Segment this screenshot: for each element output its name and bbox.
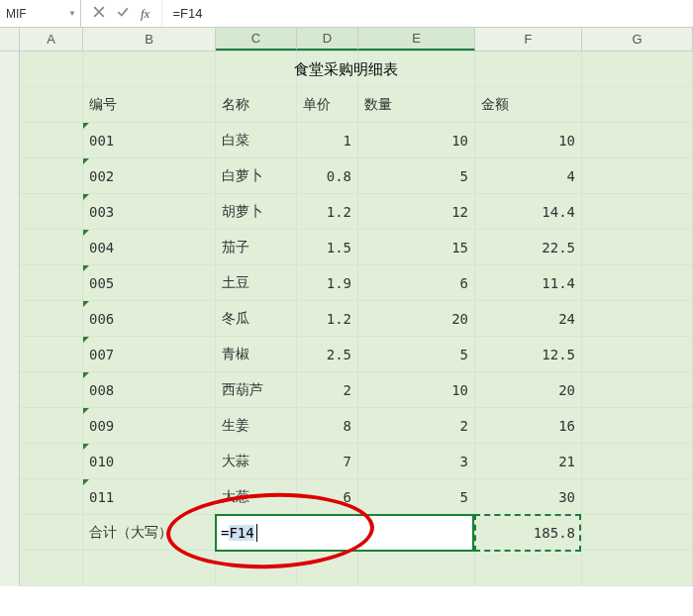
cell-qty[interactable]: 5 — [358, 479, 475, 515]
cell[interactable] — [20, 301, 83, 337]
cell[interactable] — [475, 51, 582, 87]
cell[interactable] — [582, 479, 693, 515]
cell-amount[interactable]: 12.5 — [475, 337, 582, 372]
cell[interactable] — [20, 230, 83, 265]
header-amount[interactable]: 金额 — [475, 87, 582, 123]
cell-qty[interactable]: 10 — [358, 123, 475, 158]
cell-amount[interactable]: 30 — [475, 479, 582, 515]
row-header[interactable] — [0, 230, 20, 265]
cell[interactable] — [20, 372, 83, 408]
cell[interactable] — [582, 265, 693, 301]
cell[interactable] — [216, 551, 297, 586]
row-header[interactable] — [0, 87, 20, 123]
cell-name[interactable]: 冬瓜 — [216, 301, 297, 337]
cell[interactable] — [20, 123, 83, 158]
cell[interactable] — [475, 551, 582, 586]
cell-id[interactable]: 011 — [83, 479, 216, 515]
cell-price[interactable]: 1.2 — [297, 301, 358, 337]
dropdown-icon[interactable]: ▼ — [68, 9, 76, 18]
cell-amount[interactable]: 16 — [475, 408, 582, 444]
cell-price[interactable]: 6 — [297, 479, 358, 515]
cell-price[interactable]: 1.9 — [297, 265, 358, 301]
cell-price[interactable]: 1 — [297, 123, 358, 158]
cell-id[interactable]: 008 — [83, 372, 216, 408]
cell-amount[interactable]: 14.4 — [475, 194, 582, 230]
select-all-corner[interactable] — [0, 28, 20, 51]
cell-id[interactable]: 005 — [83, 265, 216, 301]
cell[interactable] — [582, 51, 693, 87]
cell-id[interactable]: 006 — [83, 301, 216, 337]
cell[interactable] — [20, 551, 83, 586]
cell-qty[interactable]: 5 — [358, 158, 475, 194]
cell-name[interactable]: 大葱 — [216, 479, 297, 515]
row-header[interactable] — [0, 301, 20, 337]
cell[interactable] — [582, 444, 693, 479]
cell-qty[interactable]: 5 — [358, 337, 475, 372]
cell[interactable] — [20, 51, 83, 87]
cell-name[interactable]: 土豆 — [216, 265, 297, 301]
formula-input[interactable]: =F14 — [161, 0, 693, 27]
cell[interactable] — [83, 51, 216, 87]
cell-id[interactable]: 010 — [83, 444, 216, 479]
cell-id[interactable]: 007 — [83, 337, 216, 372]
cell-price[interactable]: 2 — [297, 372, 358, 408]
cell[interactable] — [582, 158, 693, 194]
cell-id[interactable]: 009 — [83, 408, 216, 444]
cell[interactable] — [582, 515, 693, 551]
cell-name[interactable]: 茄子 — [216, 230, 297, 265]
cell-name[interactable]: 西葫芦 — [216, 372, 297, 408]
cell-qty[interactable]: 10 — [358, 372, 475, 408]
cell[interactable] — [582, 230, 693, 265]
total-label[interactable]: 合计（大写） — [83, 515, 216, 551]
cell-price[interactable]: 7 — [297, 444, 358, 479]
active-cell-editor[interactable]: =F14 — [215, 514, 474, 552]
cell-price[interactable]: 1.2 — [297, 194, 358, 230]
column-header-e[interactable]: E — [358, 28, 475, 51]
cell[interactable] — [582, 408, 693, 444]
cell-id[interactable]: 002 — [83, 158, 216, 194]
row-header[interactable] — [0, 194, 20, 230]
cell[interactable] — [582, 123, 693, 158]
row-header[interactable] — [0, 444, 20, 479]
cell-amount[interactable]: 21 — [475, 444, 582, 479]
cell[interactable] — [582, 372, 693, 408]
column-header-c[interactable]: C — [216, 28, 297, 51]
row-header[interactable] — [0, 372, 20, 408]
cell[interactable] — [582, 194, 693, 230]
row-header[interactable] — [0, 265, 20, 301]
cell[interactable] — [20, 408, 83, 444]
cell-qty[interactable]: 20 — [358, 301, 475, 337]
cell-id[interactable]: 003 — [83, 194, 216, 230]
row-header[interactable] — [0, 337, 20, 372]
row-header[interactable] — [0, 408, 20, 444]
cell-qty[interactable]: 2 — [358, 408, 475, 444]
grid-body[interactable]: 食堂采购明细表编号名称单价数量金额001白菜11010002白萝卜0.85400… — [0, 51, 693, 586]
cell-amount[interactable]: 4 — [475, 158, 582, 194]
cell[interactable] — [20, 444, 83, 479]
cell[interactable] — [20, 194, 83, 230]
cell-price[interactable]: 8 — [297, 408, 358, 444]
header-name[interactable]: 名称 — [216, 87, 297, 123]
row-header[interactable] — [0, 551, 20, 586]
cell[interactable] — [582, 87, 693, 123]
name-box[interactable]: MIF ▼ — [0, 0, 81, 27]
cell-name[interactable]: 白萝卜 — [216, 158, 297, 194]
cell-qty[interactable]: 6 — [358, 265, 475, 301]
cell-name[interactable]: 胡萝卜 — [216, 194, 297, 230]
cell[interactable] — [20, 479, 83, 515]
total-amount[interactable]: 185.8 — [475, 515, 582, 551]
cell-name[interactable]: 生姜 — [216, 408, 297, 444]
cell[interactable] — [582, 551, 693, 586]
cell[interactable] — [83, 551, 216, 586]
accept-icon[interactable] — [117, 6, 129, 21]
cell[interactable] — [20, 515, 83, 551]
cell-amount[interactable]: 22.5 — [475, 230, 582, 265]
cell-qty[interactable]: 3 — [358, 444, 475, 479]
cell-amount[interactable]: 24 — [475, 301, 582, 337]
row-header[interactable] — [0, 515, 20, 551]
cell-name[interactable]: 青椒 — [216, 337, 297, 372]
cell[interactable] — [297, 551, 358, 586]
cell-amount[interactable]: 10 — [475, 123, 582, 158]
row-header[interactable] — [0, 158, 20, 194]
cell-qty[interactable]: 12 — [358, 194, 475, 230]
